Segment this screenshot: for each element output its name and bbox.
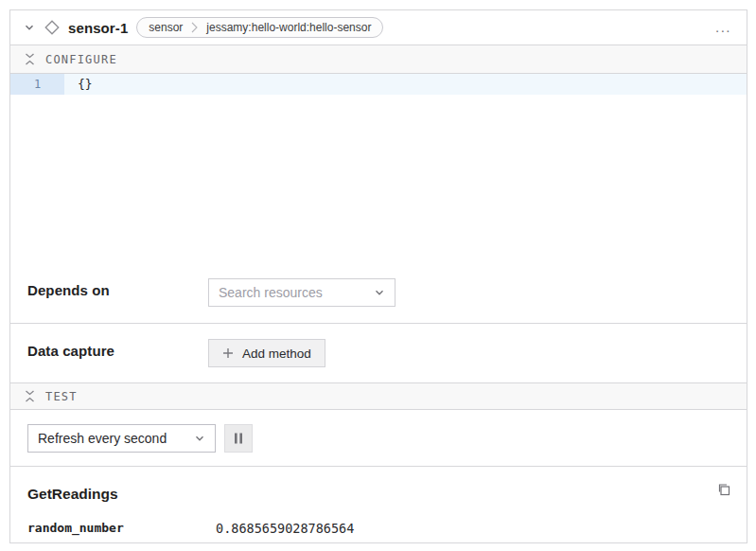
method-name: GetReadings [27,480,118,503]
data-capture-row: Data capture Add method [10,324,747,382]
reading-row: random_number 0.8685659028786564 [27,521,733,536]
test-section-bar: TEST [10,382,747,410]
pause-icon [234,433,243,444]
chevron-down-icon [374,287,385,298]
data-capture-label: Data capture [27,339,208,359]
component-type-badge: sensor jessamy:hello-world:hello-sensor [136,17,383,38]
copy-icon [716,482,731,497]
component-name: sensor-1 [68,20,128,36]
collapse-section-icon[interactable] [25,53,35,65]
refresh-rate-value: Refresh every second [38,431,167,446]
add-method-button[interactable]: Add method [208,339,325,367]
configure-section-title: CONFIGURE [45,53,117,66]
badge-model-label: jessamy:hello-world:hello-sensor [206,21,371,34]
reading-key: random_number [27,521,216,536]
readings-header: GetReadings [27,480,733,503]
editor-line[interactable]: 1 {} [10,74,747,95]
chevron-down-icon [194,433,205,444]
copy-button[interactable] [714,480,733,502]
component-card: sensor-1 sensor jessamy:hello-world:hell… [9,9,747,543]
more-options-button[interactable]: ... [713,19,733,36]
add-method-label: Add method [242,347,311,361]
test-section-title: TEST [45,390,78,403]
config-json-editor[interactable]: 1 {} [10,74,747,263]
test-results-panel: GetReadings random_number 0.868565902878… [10,467,747,542]
component-header: sensor-1 sensor jessamy:hello-world:hell… [10,10,747,45]
depends-on-select[interactable]: Search resources [208,278,396,307]
collapse-section-icon[interactable] [25,390,35,402]
editor-line-content: {} [64,74,93,95]
badge-type-label: sensor [149,21,183,34]
plus-icon [222,347,234,359]
pause-refresh-button[interactable] [224,424,253,453]
chevron-down-icon[interactable] [24,22,35,33]
refresh-rate-select[interactable]: Refresh every second [27,424,216,453]
chevron-right-icon [191,22,198,33]
sensor-diamond-icon [44,19,61,36]
depends-on-label: Depends on [27,278,208,298]
editor-line-number: 1 [10,74,64,95]
depends-on-placeholder: Search resources [219,285,323,300]
depends-on-row: Depends on Search resources [10,263,747,324]
configure-section-bar: CONFIGURE [10,45,747,74]
reading-value: 0.8685659028786564 [216,521,354,536]
test-controls-row: Refresh every second [10,410,747,467]
